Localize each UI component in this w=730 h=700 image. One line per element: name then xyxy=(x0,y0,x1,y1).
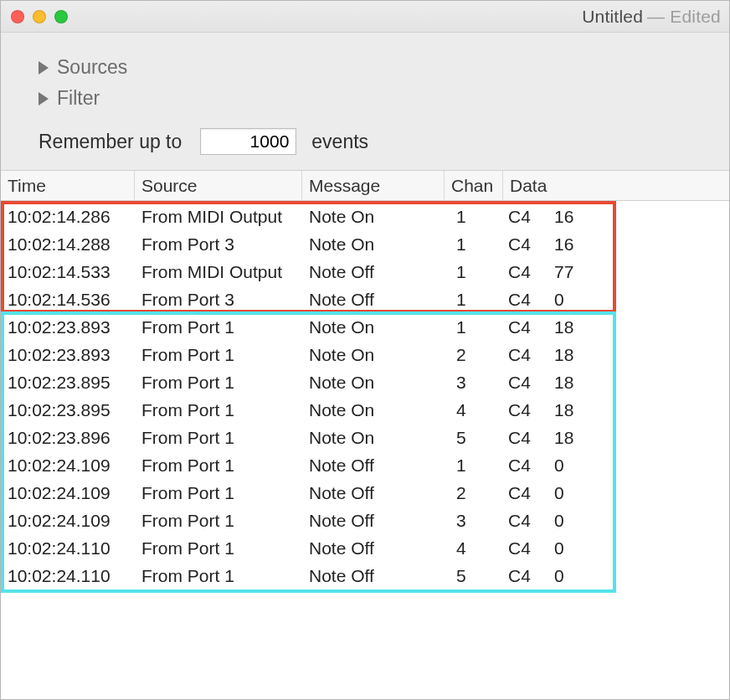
cell-data1: C4 xyxy=(506,262,553,282)
cell-chan: 4 xyxy=(448,400,506,420)
cell-chan: 5 xyxy=(448,428,506,448)
table-row[interactable]: 10:02:23.893From Port 1Note On1C418 xyxy=(1,313,729,341)
cell-data1: C4 xyxy=(506,234,553,255)
cell-message: Note Off xyxy=(306,290,448,310)
cell-source: From Port 1 xyxy=(138,566,306,586)
cell-data2: 0 xyxy=(553,538,599,558)
cell-chan: 1 xyxy=(448,456,506,476)
sources-label: Sources xyxy=(57,56,127,79)
cell-data1: C4 xyxy=(506,456,553,476)
cell-time: 10:02:24.109 xyxy=(4,511,138,531)
cell-message: Note Off xyxy=(306,483,448,503)
table-row[interactable]: 10:02:14.288From Port 3Note On1C416 xyxy=(1,230,729,258)
cell-time: 10:02:23.893 xyxy=(4,345,138,365)
cell-data2: 0 xyxy=(553,483,599,503)
col-message[interactable]: Message xyxy=(302,171,445,200)
cell-message: Note On xyxy=(306,207,448,227)
table-row[interactable]: 10:02:24.109From Port 1Note Off2C40 xyxy=(1,479,729,507)
cell-source: From Port 1 xyxy=(138,456,306,476)
cell-data1: C4 xyxy=(506,400,553,420)
cell-data2: 0 xyxy=(553,290,599,310)
cell-source: From Port 1 xyxy=(138,428,306,448)
cell-data2: 18 xyxy=(553,400,599,420)
filter-disclosure[interactable]: Filter xyxy=(39,87,704,110)
triangle-right-icon xyxy=(39,61,49,75)
cell-data2: 16 xyxy=(553,207,599,227)
table-row[interactable]: 10:02:14.536From Port 3Note Off1C40 xyxy=(1,286,729,313)
remember-label-right: events xyxy=(311,131,368,153)
cell-message: Note On xyxy=(306,428,448,448)
triangle-right-icon xyxy=(39,92,49,106)
remember-setting: Remember up to events xyxy=(39,128,704,155)
cell-source: From Port 1 xyxy=(138,373,306,393)
cell-data1: C4 xyxy=(506,345,553,365)
cell-data2: 18 xyxy=(553,428,599,448)
cell-source: From MIDI Output xyxy=(138,262,306,282)
cell-source: From Port 1 xyxy=(138,317,306,337)
edited-indicator: — Edited xyxy=(647,7,721,27)
col-time[interactable]: Time xyxy=(1,171,135,200)
cell-message: Note On xyxy=(306,373,448,393)
table-row[interactable]: 10:02:23.893From Port 1Note On2C418 xyxy=(1,341,729,368)
table-row[interactable]: 10:02:24.109From Port 1Note Off1C40 xyxy=(1,451,729,479)
cell-time: 10:02:24.109 xyxy=(4,483,138,503)
col-chan[interactable]: Chan xyxy=(445,171,503,200)
cell-message: Note Off xyxy=(306,262,448,282)
cell-source: From Port 3 xyxy=(138,290,306,310)
cell-data1: C4 xyxy=(506,538,553,558)
cell-message: Note Off xyxy=(306,538,448,558)
cell-time: 10:02:14.288 xyxy=(4,234,138,255)
table-row[interactable]: 10:02:24.110From Port 1Note Off4C40 xyxy=(1,534,729,562)
cell-data1: C4 xyxy=(506,566,553,586)
title-text: Untitled xyxy=(582,7,643,27)
zoom-icon[interactable] xyxy=(54,10,68,23)
cell-chan: 2 xyxy=(448,345,506,365)
cell-source: From Port 1 xyxy=(138,400,306,420)
table-row[interactable]: 10:02:24.110From Port 1Note Off5C40 xyxy=(1,562,729,589)
table-body: 10:02:14.286From MIDI OutputNote On1C416… xyxy=(1,201,729,589)
cell-data1: C4 xyxy=(506,511,553,531)
cell-data1: C4 xyxy=(506,428,553,448)
cell-time: 10:02:24.110 xyxy=(4,566,138,586)
cell-data2: 0 xyxy=(553,456,599,476)
cell-source: From Port 1 xyxy=(138,538,306,558)
table-row[interactable]: 10:02:14.533From MIDI OutputNote Off1C47… xyxy=(1,258,729,286)
table-row[interactable]: 10:02:23.895From Port 1Note On3C418 xyxy=(1,368,729,396)
cell-chan: 1 xyxy=(448,234,506,255)
cell-chan: 1 xyxy=(448,262,506,282)
col-source[interactable]: Source xyxy=(135,171,302,200)
cell-message: Note On xyxy=(306,317,448,337)
cell-data1: C4 xyxy=(506,373,553,393)
cell-time: 10:02:23.893 xyxy=(4,317,138,337)
titlebar[interactable]: Untitled — Edited xyxy=(1,1,729,33)
close-icon[interactable] xyxy=(11,10,24,23)
cell-message: Note Off xyxy=(306,511,448,531)
cell-chan: 3 xyxy=(448,511,506,531)
cell-source: From Port 1 xyxy=(138,345,306,365)
table-row[interactable]: 10:02:24.109From Port 1Note Off3C40 xyxy=(1,507,729,534)
cell-time: 10:02:24.109 xyxy=(4,456,138,476)
remember-events-input[interactable] xyxy=(200,128,296,155)
table-row[interactable]: 10:02:23.895From Port 1Note On4C418 xyxy=(1,396,729,424)
cell-chan: 1 xyxy=(448,207,506,227)
cell-data2: 18 xyxy=(553,373,599,393)
window-title: Untitled — Edited xyxy=(582,1,721,33)
cell-message: Note On xyxy=(306,400,448,420)
col-data[interactable]: Data xyxy=(503,171,604,200)
cell-time: 10:02:14.286 xyxy=(4,207,138,227)
cell-data1: C4 xyxy=(506,483,553,503)
cell-data1: C4 xyxy=(506,207,553,227)
events-table: Time Source Message Chan Data 10:02:14.2… xyxy=(1,171,729,699)
cell-chan: 1 xyxy=(448,290,506,310)
cell-time: 10:02:24.110 xyxy=(4,538,138,558)
minimize-icon[interactable] xyxy=(33,10,46,23)
table-row[interactable]: 10:02:14.286From MIDI OutputNote On1C416 xyxy=(1,203,729,230)
cell-data2: 18 xyxy=(553,345,599,365)
table-row[interactable]: 10:02:23.896From Port 1Note On5C418 xyxy=(1,424,729,451)
controls-panel: Sources Filter Remember up to events xyxy=(1,33,729,171)
sources-disclosure[interactable]: Sources xyxy=(39,56,704,79)
cell-data2: 18 xyxy=(553,317,599,337)
table-header: Time Source Message Chan Data xyxy=(1,171,729,201)
cell-data2: 0 xyxy=(553,511,599,531)
cell-data1: C4 xyxy=(506,317,553,337)
